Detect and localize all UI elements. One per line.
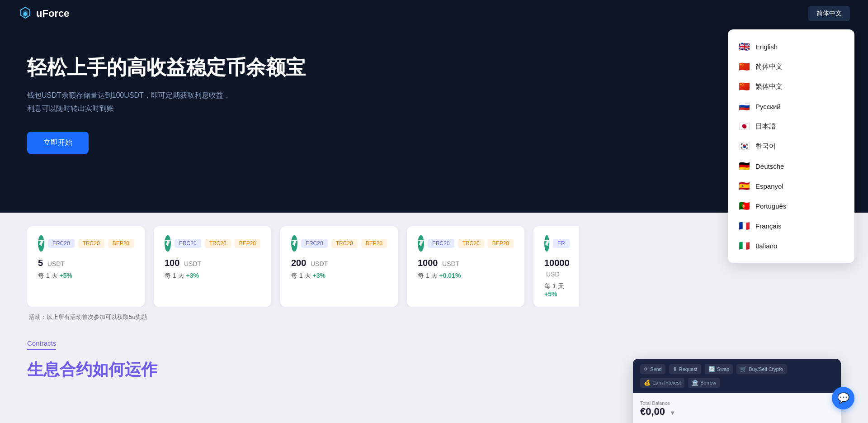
lang-item[interactable]: 🇯🇵日本語	[728, 116, 854, 136]
flag-icon: 🇷🇺	[739, 102, 750, 111]
action-label: Buy/Sell Crypto	[749, 366, 783, 372]
flag-icon: 🇨🇳	[739, 62, 750, 71]
contracts-tab[interactable]: Contracts	[27, 339, 56, 350]
lang-label: 日本語	[755, 122, 776, 131]
flag-icon: 🇫🇷	[739, 221, 750, 230]
badge-trc20: TRC20	[458, 239, 484, 248]
contracts-title: 生息合约如何运作	[27, 359, 615, 381]
badge-erc20: ERC20	[428, 239, 454, 248]
lang-item[interactable]: 🇪🇸Espanyol	[728, 176, 854, 196]
lang-label: English	[755, 43, 778, 51]
app-body: Total Balance €0,00 ▼ ⭐ Increase your li…	[633, 393, 841, 423]
contracts-section: Contracts 生息合约如何运作 ✈Send⬇Request🔄Swap🛒Bu…	[0, 330, 868, 423]
balance-label: Total Balance	[640, 400, 834, 406]
rate-value: +3%	[312, 272, 325, 279]
badge-erc20: ERC20	[175, 239, 201, 248]
flag-icon: 🇨🇳	[739, 82, 750, 91]
card-currency: USDT	[311, 260, 328, 267]
hero-desc-line1: 钱包USDT余额存储量达到100USDT，即可定期获取利息收益，	[27, 91, 231, 99]
action-label: Borrow	[700, 380, 716, 385]
header: uForce 简体中文	[0, 0, 868, 27]
card-rate: 每 1 天 +3%	[165, 272, 260, 280]
language-dropdown: 🇬🇧English🇨🇳简体中文🇨🇳繁体中文🇷🇺Русский🇯🇵日本語🇰🇷한국어…	[728, 29, 854, 263]
badge-erc20: ERC20	[301, 239, 328, 248]
lang-item[interactable]: 🇰🇷한국어	[728, 136, 854, 156]
flag-icon: 🇪🇸	[739, 181, 750, 190]
action-icon: 🏦	[692, 380, 698, 386]
lang-item[interactable]: 🇨🇳繁体中文	[728, 76, 854, 96]
card-amount: 5 USDT	[38, 258, 134, 268]
card-header: ₮ ERC20TRC20BEP20	[165, 235, 260, 252]
lang-item[interactable]: 🇬🇧English	[728, 37, 854, 57]
card-amount: 10000 USD	[544, 258, 568, 279]
rate-value: +5%	[59, 272, 72, 279]
app-mockup: ✈Send⬇Request🔄Swap🛒Buy/Sell Crypto💰Earn …	[633, 359, 841, 423]
lang-item[interactable]: 🇷🇺Русский	[728, 96, 854, 116]
action-icon: ⬇	[673, 366, 677, 372]
badge-bep20: BEP20	[235, 239, 260, 248]
badge-trc20: TRC20	[331, 239, 358, 248]
investment-card[interactable]: ₮ ERC20TRC20BEP20 100 USDT 每 1 天 +3%	[154, 226, 271, 307]
badge-erc20: ERC20	[48, 239, 75, 248]
tether-icon: ₮	[544, 235, 549, 252]
lang-label: 繁体中文	[755, 82, 783, 91]
app-action-earn-interest[interactable]: 💰Earn Interest	[640, 378, 684, 388]
action-icon: 🔄	[708, 366, 715, 372]
balance-value: €0,00 ▼	[640, 406, 834, 418]
flag-icon: 🇵🇹	[739, 201, 750, 210]
card-amount: 1000 USDT	[418, 258, 514, 268]
rate-value: +3%	[186, 272, 198, 279]
lang-label: Espanyol	[755, 182, 783, 190]
hero-desc-line2: 利息可以随时转出实时到账	[27, 105, 114, 112]
lang-item[interactable]: 🇮🇹Italiano	[728, 236, 854, 256]
badge-trc20: TRC20	[78, 239, 104, 248]
tether-icon: ₮	[418, 235, 424, 252]
card-rate: 每 1 天 +5%	[544, 282, 568, 298]
investment-card[interactable]: ₮ ER 10000 USD 每 1 天 +5%	[533, 226, 579, 307]
app-action-borrow[interactable]: 🏦Borrow	[688, 378, 720, 388]
badge-bep20: BEP20	[361, 239, 387, 248]
language-button[interactable]: 简体中文	[808, 6, 850, 21]
lang-item[interactable]: 🇵🇹Português	[728, 196, 854, 216]
app-action-send[interactable]: ✈Send	[640, 364, 665, 374]
badge-trc20: TRC20	[205, 239, 231, 248]
investment-card[interactable]: ₮ ERC20TRC20BEP20 5 USDT 每 1 天 +5%	[27, 226, 145, 307]
bottom-row: 生息合约如何运作 ✈Send⬇Request🔄Swap🛒Buy/Sell Cry…	[27, 359, 841, 423]
flag-icon: 🇩🇪	[739, 162, 750, 171]
hero-title: 轻松上手的高收益稳定币余额宝	[27, 54, 344, 80]
lang-label: Русский	[755, 103, 781, 110]
lang-item[interactable]: 🇨🇳简体中文	[728, 57, 854, 76]
card-header: ₮ ER	[544, 235, 568, 252]
investment-card[interactable]: ₮ ERC20TRC20BEP20 1000 USDT 每 1 天 +0.01%	[407, 226, 524, 307]
logo-text: uForce	[36, 8, 69, 19]
app-action-buy-sell-crypto[interactable]: 🛒Buy/Sell Crypto	[736, 364, 787, 374]
lang-label: Deutsche	[755, 162, 784, 170]
lang-item[interactable]: 🇩🇪Deutsche	[728, 156, 854, 176]
card-currency: USDT	[184, 260, 201, 267]
logo-icon	[18, 6, 33, 21]
card-header: ₮ ERC20TRC20BEP20	[291, 235, 387, 252]
lang-item[interactable]: 🇫🇷Français	[728, 216, 854, 236]
flag-icon: 🇬🇧	[739, 42, 750, 51]
flag-icon: 🇯🇵	[739, 122, 750, 131]
lang-label: 한국어	[755, 142, 776, 151]
badge-bep20: BEP20	[108, 239, 134, 248]
action-icon: 🛒	[740, 366, 747, 372]
action-label: Swap	[717, 366, 730, 372]
action-label: Request	[679, 366, 698, 372]
app-action-swap[interactable]: 🔄Swap	[705, 364, 733, 374]
action-icon: 💰	[644, 380, 651, 386]
chat-icon: 💬	[837, 392, 849, 404]
card-amount: 100 USDT	[165, 258, 260, 268]
investment-card[interactable]: ₮ ERC20TRC20BEP20 200 USDT 每 1 天 +3%	[280, 226, 398, 307]
card-currency: USDT	[47, 260, 65, 267]
activity-note: 活动：以上所有活动首次参加可以获取5u奖励	[27, 313, 841, 321]
cta-button[interactable]: 立即开始	[27, 132, 89, 154]
card-currency: USD	[546, 271, 560, 278]
app-action-request[interactable]: ⬇Request	[669, 364, 701, 374]
tether-icon: ₮	[165, 235, 171, 252]
card-rate: 每 1 天 +5%	[38, 272, 134, 280]
chat-bubble[interactable]: 💬	[832, 387, 854, 409]
card-header: ₮ ERC20TRC20BEP20	[38, 235, 134, 252]
lang-label: Italiano	[755, 242, 777, 250]
